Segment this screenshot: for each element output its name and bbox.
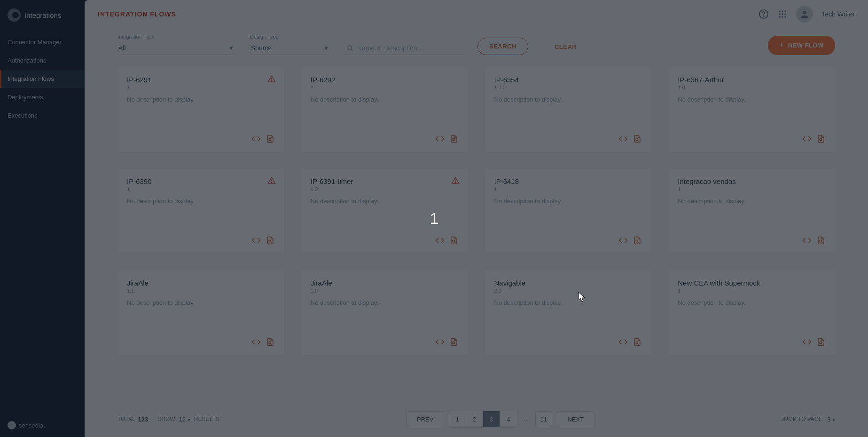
- help-icon[interactable]: [759, 9, 769, 19]
- card-version: 2.0: [494, 288, 642, 294]
- document-search-icon[interactable]: [633, 236, 642, 245]
- nav-executions[interactable]: Executions: [0, 106, 85, 125]
- filter-flow-label: Integration Flow: [117, 34, 235, 40]
- total-label: TOTAL: [117, 416, 135, 422]
- document-search-icon[interactable]: [816, 337, 826, 347]
- logo: Integrations: [0, 8, 85, 33]
- document-search-icon[interactable]: [266, 236, 275, 245]
- filter-flow-select[interactable]: All ▼: [117, 41, 235, 55]
- document-search-icon[interactable]: [266, 337, 275, 347]
- logo-text: Integrations: [24, 11, 61, 19]
- chevron-down-icon: ▼: [323, 45, 329, 51]
- svg-point-1: [764, 16, 764, 16]
- flow-card[interactable]: IP-63901No description to display.: [117, 169, 284, 254]
- nav-authorizations[interactable]: Authorizations: [0, 51, 85, 70]
- page-3[interactable]: 3: [483, 411, 500, 427]
- nav-integration-flows[interactable]: Integration Flows: [0, 70, 85, 88]
- avatar[interactable]: [796, 6, 813, 23]
- svg-line-27: [271, 242, 272, 243]
- flow-card[interactable]: IP-62921No description to display.: [301, 67, 468, 152]
- code-icon[interactable]: [251, 134, 261, 143]
- card-description: No description to display.: [494, 198, 642, 205]
- svg-point-18: [453, 138, 455, 141]
- document-search-icon[interactable]: [816, 134, 826, 143]
- apps-icon[interactable]: [777, 9, 788, 19]
- search-button[interactable]: SEARCH: [477, 38, 528, 55]
- svg-line-33: [638, 242, 639, 243]
- flow-card[interactable]: Integracao vendas1No description to disp…: [668, 169, 835, 254]
- clear-button[interactable]: CLEAR: [543, 39, 588, 55]
- flow-card[interactable]: New CEA with Supermock1No description to…: [668, 270, 835, 355]
- nav-deployments[interactable]: Deployments: [0, 88, 85, 106]
- flow-card[interactable]: JiraAle1.1No description to display.: [117, 270, 284, 355]
- document-search-icon[interactable]: [449, 236, 459, 245]
- flow-card[interactable]: IP-62911No description to display.: [117, 67, 284, 152]
- card-description: No description to display.: [678, 96, 826, 103]
- svg-point-36: [269, 342, 271, 344]
- svg-point-8: [779, 16, 781, 18]
- code-icon[interactable]: [435, 134, 445, 143]
- code-icon[interactable]: [251, 337, 261, 347]
- card-version: 1: [311, 85, 459, 90]
- code-icon[interactable]: [618, 337, 628, 347]
- card-version: 1: [494, 186, 642, 192]
- flow-card[interactable]: IP-6367-Arthur1.0No description to displ…: [668, 67, 835, 152]
- card-description: No description to display.: [678, 299, 826, 306]
- code-icon[interactable]: [251, 236, 261, 245]
- code-icon[interactable]: [802, 134, 812, 143]
- svg-point-40: [636, 342, 638, 344]
- flow-card[interactable]: JiraAle1.0No description to display.: [301, 270, 468, 355]
- code-icon[interactable]: [802, 337, 812, 347]
- main: INTEGRATION FLOWS Tech Writer Integratio…: [85, 0, 868, 437]
- flow-card[interactable]: IP-6391-timer1.0No description to displa…: [301, 169, 468, 254]
- pager-row: TOTAL 123 SHOW 12 ▾ RESULTS PREV 1234 ..…: [85, 401, 868, 437]
- show-value: 12: [179, 416, 186, 423]
- brand-footer-text: sensedia.: [19, 422, 45, 429]
- svg-point-38: [453, 342, 455, 344]
- code-icon[interactable]: [435, 337, 445, 347]
- pager: PREV 1234 ... 11 NEXT: [407, 411, 594, 428]
- svg-line-13: [351, 49, 352, 51]
- show-select[interactable]: 12 ▾: [179, 416, 190, 423]
- page-2[interactable]: 2: [466, 411, 483, 427]
- card-version: 1: [678, 186, 826, 192]
- warning-icon: [267, 176, 276, 185]
- code-icon[interactable]: [435, 236, 445, 245]
- document-search-icon[interactable]: [266, 134, 275, 143]
- svg-point-29: [455, 182, 456, 183]
- flow-card[interactable]: IP-63541.0.0No description to display.: [485, 67, 652, 152]
- document-search-icon[interactable]: [816, 236, 826, 245]
- code-icon[interactable]: [618, 134, 628, 143]
- new-flow-button[interactable]: + NEW FLOW: [768, 36, 835, 55]
- card-title: JiraAle: [127, 279, 275, 287]
- prev-button[interactable]: PREV: [407, 411, 444, 427]
- card-version: 1.0: [678, 85, 826, 90]
- search-box: [345, 41, 462, 55]
- card-description: No description to display.: [494, 96, 642, 103]
- code-icon[interactable]: [802, 236, 812, 245]
- next-button[interactable]: NEXT: [557, 411, 594, 427]
- flow-card[interactable]: IP-64181No description to display.: [485, 169, 652, 254]
- svg-point-32: [636, 240, 638, 242]
- jump-select[interactable]: 3 ▾: [827, 416, 835, 423]
- svg-point-16: [269, 138, 271, 141]
- cards-grid: IP-62911No description to display.IP-629…: [85, 67, 868, 355]
- flow-card[interactable]: Navigable2.0No description to display.: [485, 270, 652, 355]
- document-search-icon[interactable]: [633, 134, 642, 143]
- search-input[interactable]: [357, 44, 461, 52]
- document-search-icon[interactable]: [633, 337, 642, 347]
- svg-point-6: [782, 13, 784, 15]
- svg-point-20: [636, 138, 638, 141]
- search-icon: [346, 44, 353, 52]
- svg-point-3: [782, 10, 784, 12]
- page-1[interactable]: 1: [449, 411, 466, 427]
- filter-type-select[interactable]: Source ▼: [250, 41, 330, 55]
- nav-connector-manager[interactable]: Connector Manager: [0, 33, 85, 51]
- page-last[interactable]: 11: [535, 411, 552, 427]
- card-title: New CEA with Supermock: [678, 279, 826, 287]
- document-search-icon[interactable]: [449, 337, 459, 347]
- document-search-icon[interactable]: [449, 134, 459, 143]
- card-description: No description to display.: [127, 96, 275, 103]
- code-icon[interactable]: [618, 236, 628, 245]
- page-4[interactable]: 4: [500, 411, 517, 427]
